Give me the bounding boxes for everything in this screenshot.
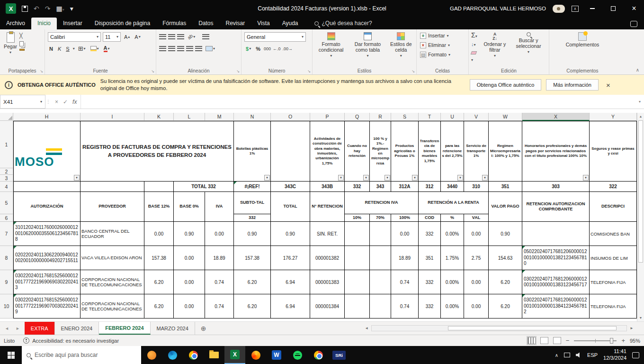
header-cod[interactable]: COD [419, 214, 441, 222]
cell-V9[interactable]: 0.00 [464, 270, 489, 294]
cell-S4[interactable]: 312A [391, 182, 419, 192]
orientation-button[interactable]: ab▾ [186, 34, 197, 40]
cell-I7[interactable]: BANCO CENTRAL DEL ECUADOR [80, 222, 144, 246]
taskbar-app-chrome[interactable] [183, 346, 204, 364]
cell-R7[interactable] [370, 222, 391, 246]
header-retencion-iva[interactable]: RETENCION IVA [345, 192, 419, 214]
zoom-in-button[interactable]: + [621, 337, 625, 344]
header-70pct[interactable]: 70% [370, 214, 391, 222]
cell-Y8[interactable]: INSUMOS DE LIM [590, 246, 637, 270]
increase-decimal-button[interactable]: ←.0 [273, 46, 281, 51]
cell-T9[interactable]: 332 [419, 270, 441, 294]
col-header-T[interactable]: T [419, 113, 441, 121]
comments-icon[interactable] [630, 21, 637, 27]
col-header-X-selected[interactable]: X [522, 113, 590, 121]
customize-qat-icon[interactable]: ▾ [70, 5, 73, 12]
clipboard-dialog-launcher[interactable]: ↘ [40, 69, 43, 73]
cell-styles-button[interactable]: Estilos de celda▾ [387, 31, 415, 59]
cell-O4[interactable]: 343C [271, 182, 310, 192]
cell-S8[interactable]: 18.89 [391, 246, 419, 270]
col-header-U[interactable]: U [441, 113, 464, 121]
taskbar-app-browser2[interactable] [308, 346, 329, 364]
cell-M10[interactable]: 0.74 [205, 294, 234, 318]
cell-V7[interactable]: 0.00 [464, 222, 489, 246]
col-header-Y[interactable]: Y [590, 113, 637, 121]
cell-H7[interactable]: 3101202401176000260000120010620000355061… [13, 222, 80, 246]
cell-W10[interactable]: 6.20 [489, 294, 522, 318]
cell-X7[interactable] [522, 222, 590, 246]
header-num-retencion[interactable]: N° RETENCION [310, 192, 345, 222]
filter-button[interactable]: ▾ [363, 175, 369, 181]
taskbar-search-box[interactable]: Escribe aquí para buscar [22, 346, 141, 364]
cell-Y9[interactable]: TELEFONIA FIJA [590, 270, 637, 294]
cell-V10[interactable]: 0.00 [464, 294, 489, 318]
cell-T4[interactable]: 312 [419, 182, 441, 192]
vertical-scroll-thumb[interactable] [638, 120, 643, 263]
col-header-H[interactable]: H [13, 113, 80, 121]
increase-font-button[interactable]: A▴ [123, 34, 131, 40]
header-descripcion[interactable]: DESCRIPCI [590, 192, 637, 222]
header-retencion-autorizacion[interactable]: RETENCION AUTORIZACION COMPROBANTE [522, 192, 590, 222]
cell-P10[interactable]: 000001384 [310, 294, 345, 318]
scroll-up-icon[interactable]: ▲ [637, 113, 644, 120]
sheet-tab-febrero-active[interactable]: FEBRERO 2024 [99, 322, 150, 335]
warning-close-icon[interactable]: × [603, 81, 613, 89]
tab-formulas[interactable]: Fórmulas [156, 18, 192, 29]
cell-N7[interactable]: 0.90 [234, 222, 271, 246]
col-header-L[interactable]: L [174, 113, 205, 121]
cell-X4[interactable]: 303 [522, 182, 590, 192]
addins-button[interactable]: Complementos [551, 31, 614, 49]
decrease-font-button[interactable]: A▾ [133, 34, 142, 40]
cell-Q8[interactable] [345, 246, 370, 270]
format-cells-button[interactable]: ▤ Formato▾ [418, 50, 467, 59]
taskbar-app-explorer[interactable] [204, 346, 224, 364]
header-proveedor[interactable]: PROVEEDOR [80, 192, 144, 222]
align-top-icon[interactable] [159, 34, 166, 39]
tell-me-search[interactable]: ¿Qué desea hacer? [314, 20, 372, 29]
row-header-2[interactable]: 2 [0, 168, 13, 175]
tab-datos[interactable]: Datos [192, 18, 219, 29]
cell-H10[interactable]: 0302202401176815256000120017772219690700… [13, 294, 80, 318]
col-header-Q[interactable]: Q [345, 113, 370, 121]
header-total[interactable]: TOTAL [271, 192, 310, 222]
cell-R9[interactable] [370, 270, 391, 294]
cell-Q9[interactable] [345, 270, 370, 294]
cell-T1[interactable]: Transferencia de bienes muebles 1,75% [419, 121, 441, 182]
speaker-icon[interactable] [576, 352, 581, 358]
get-office-button[interactable]: Obtenga Office auténtico [470, 79, 542, 91]
filter-button[interactable]: ▾ [583, 175, 589, 181]
maximize-button[interactable] [606, 2, 620, 15]
bold-button[interactable]: N [48, 46, 54, 52]
font-dialog-launcher[interactable]: ↘ [151, 69, 154, 73]
sort-filter-button[interactable]: AZ↓ Ordenar y filtrar▾ [480, 31, 510, 63]
row-header-1[interactable]: 1 [0, 121, 13, 168]
header-valor-pago[interactable]: VALOR PAGO [489, 192, 522, 222]
save-icon[interactable] [22, 6, 28, 12]
cell-P8[interactable]: 000001382 [310, 246, 345, 270]
format-painter-icon[interactable] [19, 49, 25, 51]
cell-N1[interactable]: Botellas plásticas 1%▾ [234, 121, 271, 182]
row-header-4[interactable]: 4 [0, 182, 13, 192]
formula-input[interactable] [81, 95, 635, 109]
cell-W7[interactable]: 0.90 [489, 222, 522, 246]
header-retencion-renta[interactable]: RETENCIÓN A LA RENTA [419, 192, 489, 214]
filter-button[interactable]: ▾ [74, 175, 80, 181]
tab-insertar[interactable]: Insertar [57, 18, 89, 29]
new-sheet-button[interactable]: ⊕ [195, 322, 212, 335]
cell-N10[interactable]: 6.20 [234, 294, 271, 318]
cell-O7[interactable]: 0.90 [271, 222, 310, 246]
col-header-M[interactable]: M [205, 113, 234, 121]
tab-vista[interactable]: Vista [251, 18, 276, 29]
cell-W8[interactable]: 154.63 [489, 246, 522, 270]
start-button[interactable] [0, 346, 22, 364]
col-header-K[interactable]: K [144, 113, 174, 121]
header-base0[interactable]: BASE 0% [174, 192, 205, 222]
col-header-R[interactable]: R [370, 113, 391, 121]
cell-N4-ref-error[interactable]: #¡REF! [234, 182, 271, 192]
col-header-N[interactable]: N [234, 113, 271, 121]
cell-O1[interactable] [271, 121, 310, 182]
cell-K7[interactable]: 0.00 [144, 222, 174, 246]
undo-icon[interactable]: ↶ [34, 5, 39, 12]
cell-Q7[interactable] [345, 222, 370, 246]
taskbar-app-sri[interactable]: SRi [329, 346, 349, 364]
